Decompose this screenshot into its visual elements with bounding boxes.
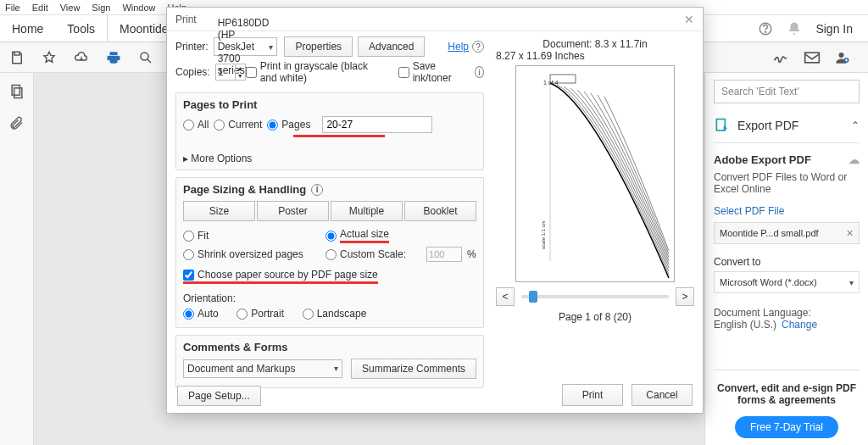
menu-window[interactable]: Window xyxy=(122,3,155,13)
svg-rect-3 xyxy=(805,53,820,63)
page-setup-button[interactable]: Page Setup... xyxy=(177,386,261,406)
svg-point-2 xyxy=(141,53,148,60)
convert-to-value: Microsoft Word (*.docx) xyxy=(720,277,817,287)
properties-button[interactable]: Properties xyxy=(284,36,353,57)
svg-point-1 xyxy=(765,31,766,32)
help-info-icon[interactable]: ? xyxy=(472,41,484,53)
info-icon[interactable]: i xyxy=(311,184,323,196)
print-icon[interactable] xyxy=(105,49,122,66)
preview-slider[interactable] xyxy=(521,295,669,298)
comments-forms-section: Comments & Forms Document and Markups ▾ … xyxy=(175,335,484,388)
export-description: Convert PDF Files to Word or Excel Onlin… xyxy=(714,171,860,195)
copies-up[interactable]: ▲ xyxy=(235,64,245,72)
select-pdf-link[interactable]: Select PDF File xyxy=(714,205,860,217)
menu-sign[interactable]: Sign xyxy=(92,3,110,13)
preview-doc-dim: Document: 8.3 x 11.7in xyxy=(496,38,694,50)
free-trial-button[interactable]: Free 7-Day Trial xyxy=(735,416,838,438)
copies-spinner[interactable]: 1 ▲▼ xyxy=(215,64,246,81)
orient-auto-radio[interactable]: Auto xyxy=(183,308,219,320)
convert-to-select[interactable]: Microsoft Word (*.docx) ▾ xyxy=(714,271,860,293)
booklet-tab[interactable]: Booklet xyxy=(404,201,476,221)
zoom-icon[interactable] xyxy=(137,49,154,66)
page-sizing-title: Page Sizing & Handling xyxy=(183,183,306,196)
search-input[interactable]: Search 'Edit Text' xyxy=(714,80,860,103)
document-language: Document Language: English (U.S.)Change xyxy=(714,307,860,331)
info-icon[interactable]: i xyxy=(475,66,484,78)
printer-select[interactable]: HP6180DD (HP DeskJet 3700 series) ▾ xyxy=(214,37,278,56)
custom-scale-radio[interactable]: Custom Scale: xyxy=(326,248,406,260)
help-icon[interactable] xyxy=(758,21,773,36)
menu-file[interactable]: File xyxy=(5,3,20,13)
pages-to-print-section: Pages to Print All Current Pages ▸ More … xyxy=(175,92,484,170)
tab-tools[interactable]: Tools xyxy=(55,15,107,42)
star-icon[interactable] xyxy=(41,49,58,66)
chevron-down-icon: ▾ xyxy=(269,42,273,52)
export-pdf-header[interactable]: Export PDF ⌃ xyxy=(714,117,860,143)
shrink-radio[interactable]: Shrink oversized pages xyxy=(183,248,310,260)
mail-icon[interactable] xyxy=(804,49,821,66)
svg-text:1 of 4: 1 of 4 xyxy=(543,80,559,86)
cancel-button[interactable]: Cancel xyxy=(632,384,693,406)
poster-tab[interactable]: Poster xyxy=(257,201,329,221)
cloud-icon[interactable] xyxy=(73,49,90,66)
advanced-button[interactable]: Advanced xyxy=(358,36,425,57)
print-button[interactable]: Print xyxy=(562,384,623,406)
orient-landscape-radio[interactable]: Landscape xyxy=(303,308,367,320)
orient-portrait-radio[interactable]: Portrait xyxy=(236,308,284,320)
save-icon[interactable] xyxy=(8,49,25,66)
sign-in-button[interactable]: Sign In xyxy=(815,22,853,36)
signature-icon[interactable] xyxy=(773,49,790,66)
pages-panel-icon[interactable] xyxy=(8,83,25,100)
more-options-toggle[interactable]: ▸ More Options xyxy=(183,153,476,164)
pages-range-radio[interactable]: Pages xyxy=(267,119,310,131)
menu-edit[interactable]: Edit xyxy=(32,3,48,13)
summarize-comments-button[interactable]: Summarize Comments xyxy=(351,359,476,379)
pages-all-radio[interactable]: All xyxy=(183,119,209,131)
custom-scale-input[interactable]: 100 xyxy=(426,247,462,262)
selected-file-box[interactable]: Moontide P...d small.pdf ✕ xyxy=(714,222,860,244)
grayscale-checkbox[interactable]: Print in grayscale (black and white) xyxy=(246,60,381,84)
copies-value: 1 xyxy=(218,66,224,78)
promo-text: Convert, edit and e-sign PDF forms & agr… xyxy=(714,382,860,406)
pages-range-input[interactable] xyxy=(322,116,432,133)
size-tab[interactable]: Size xyxy=(183,201,255,221)
comments-forms-select[interactable]: Document and Markups ▾ xyxy=(183,359,342,378)
menu-view[interactable]: View xyxy=(60,3,81,13)
svg-point-4 xyxy=(839,53,844,58)
pages-to-print-title: Pages to Print xyxy=(183,98,476,111)
printer-label: Printer: xyxy=(175,41,209,53)
preview-page-size: 8.27 x 11.69 Inches xyxy=(496,50,694,62)
adobe-export-title: Adobe Export PDF xyxy=(714,153,811,166)
fit-radio[interactable]: Fit xyxy=(183,230,310,242)
chevron-up-icon[interactable]: ⌃ xyxy=(851,120,860,131)
attachment-icon[interactable] xyxy=(9,115,25,132)
export-pdf-title: Export PDF xyxy=(737,119,798,132)
dialog-title: Print xyxy=(175,14,197,25)
change-language-link[interactable]: Change xyxy=(782,319,817,331)
cloud-small-icon: ☁ xyxy=(849,153,860,166)
right-panel: Search 'Edit Text' Export PDF ⌃ Adobe Ex… xyxy=(704,73,868,445)
preview-page-of: Page 1 of 8 (20) xyxy=(496,311,694,323)
preview-prev-button[interactable]: < xyxy=(496,287,515,306)
print-preview: 1 of 4 scale 1:1 cm xyxy=(515,65,675,282)
pages-current-radio[interactable]: Current xyxy=(214,119,262,131)
svg-text:scale 1:1 cm: scale 1:1 cm xyxy=(541,220,546,249)
help-link[interactable]: Help xyxy=(448,41,469,53)
copies-down[interactable]: ▼ xyxy=(235,72,245,80)
tab-home[interactable]: Home xyxy=(0,15,55,42)
bell-icon[interactable] xyxy=(787,21,802,36)
saveink-checkbox[interactable]: Save ink/toner xyxy=(398,60,461,84)
paper-source-checkbox[interactable]: Choose paper source by PDF page size xyxy=(183,269,378,284)
actual-size-radio[interactable]: Actual size xyxy=(326,228,389,243)
print-dialog: Print ✕ Printer: HP6180DD (HP DeskJet 37… xyxy=(166,7,704,414)
multiple-tab[interactable]: Multiple xyxy=(331,201,403,221)
svg-rect-6 xyxy=(12,86,19,96)
chevron-down-icon: ▾ xyxy=(334,364,338,373)
preview-next-button[interactable]: > xyxy=(676,287,694,306)
orientation-label: Orientation: xyxy=(183,292,476,304)
close-icon[interactable]: ✕ xyxy=(684,13,694,26)
selected-file-name: Moontide P...d small.pdf xyxy=(720,228,819,238)
page-sizing-section: Page Sizing & Handling i Size Poster Mul… xyxy=(175,177,484,328)
clear-file-icon[interactable]: ✕ xyxy=(846,228,854,239)
add-person-icon[interactable] xyxy=(834,49,851,66)
